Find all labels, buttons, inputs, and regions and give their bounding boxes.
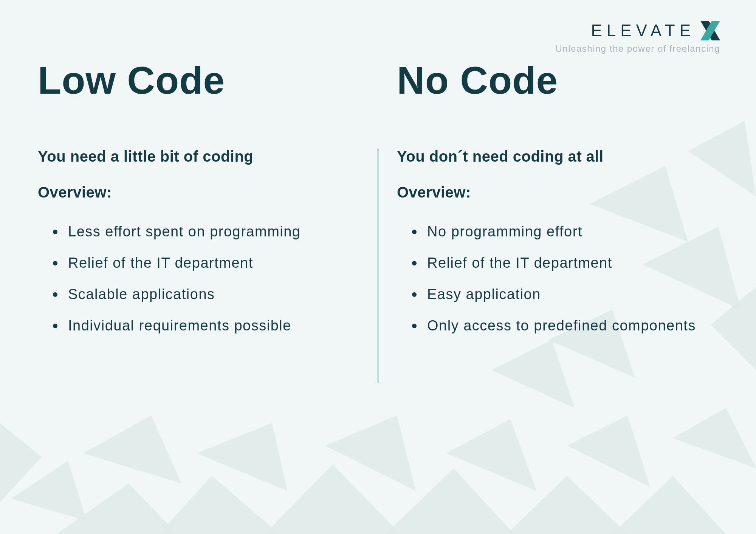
left-list: Less effort spent on programming Relief …: [38, 224, 352, 334]
columns-container: Low Code You need a little bit of coding…: [38, 59, 718, 349]
right-list: No programming effort Relief of the IT d…: [397, 224, 711, 334]
list-item: No programming effort: [412, 224, 711, 240]
column-left: Low Code You need a little bit of coding…: [38, 59, 374, 349]
left-subtitle: You need a little bit of coding: [38, 148, 352, 165]
column-right: No Code You don´t need coding at all Ove…: [374, 59, 718, 349]
list-item: Scalable applications: [53, 286, 352, 302]
list-item: Relief of the IT department: [412, 255, 711, 271]
right-subtitle: You don´t need coding at all: [397, 148, 711, 165]
list-item: Individual requirements possible: [53, 318, 352, 334]
brand-logo: ELEVATE: [556, 21, 720, 40]
right-overview-label: Overview:: [397, 184, 711, 201]
list-item: Relief of the IT department: [53, 255, 352, 271]
brand-tagline: Unleashing the power of freelancing: [556, 43, 720, 54]
list-item: Less effort spent on programming: [53, 224, 352, 240]
right-title: No Code: [397, 59, 711, 103]
brand-x-icon: [700, 21, 720, 40]
left-overview-label: Overview:: [38, 184, 352, 201]
brand-name: ELEVATE: [591, 21, 695, 40]
left-title: Low Code: [38, 59, 352, 103]
list-item: Easy application: [412, 286, 711, 302]
brand-block: ELEVATE Unleashing the power of freelanc…: [556, 21, 720, 54]
list-item: Only access to predefined components: [412, 318, 711, 334]
